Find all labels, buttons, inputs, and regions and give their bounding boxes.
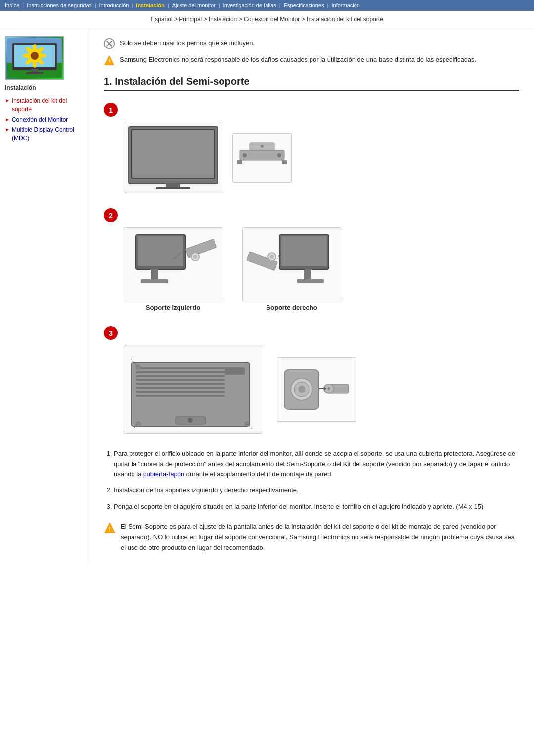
nav-bar: Índice | Instrucciones de seguridad | In…: [0, 0, 534, 11]
svg-point-10: [33, 61, 37, 68]
arrow-icon: ►: [5, 127, 10, 132]
svg-point-30: [277, 153, 281, 157]
svg-rect-43: [281, 236, 327, 266]
nav-investigacion[interactable]: Investigación de fallas: [223, 2, 276, 8]
svg-point-48: [270, 255, 274, 259]
step2-right-group: Soporte derecho: [242, 227, 341, 311]
notice-cross-text: Sólo se deben usar los pernos que se inc…: [120, 38, 255, 48]
svg-rect-33: [282, 160, 287, 164]
instruction-1: Para proteger el orificio ubicado en la …: [114, 449, 519, 479]
instructions-list: Para proteger el orificio ubicado en la …: [104, 449, 519, 512]
svg-rect-58: [136, 395, 225, 397]
step3-section: 3: [104, 326, 519, 434]
nav-ajuste[interactable]: Ajuste del monitor: [172, 2, 216, 8]
nav-informacion[interactable]: Información: [331, 2, 359, 8]
sidebar-item-kit[interactable]: ► Instalación del kit del soporte: [5, 97, 84, 114]
cubierta-link[interactable]: cubierta-tapón: [143, 471, 184, 478]
step3-images: [124, 345, 519, 434]
breadcrumb: Español > Principal > Instalación > Cone…: [0, 11, 534, 28]
svg-rect-38: [185, 239, 217, 257]
cross-icon: [104, 38, 115, 49]
soporte-izquierdo-illus: [124, 227, 222, 301]
content-area: Sólo se deben usar los pernos que se inc…: [89, 28, 534, 563]
sidebar-logo-image: [5, 36, 64, 80]
soporte-derecho-illus: [242, 227, 341, 301]
bottom-notice-text: El Semi-Soporte es para el ajuste de la …: [121, 522, 519, 553]
step1-images: [124, 122, 519, 193]
svg-point-40: [193, 255, 197, 259]
soporte-derecho-label: Soporte derecho: [266, 304, 317, 311]
step3-screw-illus: [277, 357, 356, 422]
svg-rect-56: [136, 387, 225, 389]
svg-point-6: [33, 44, 37, 51]
svg-point-71: [298, 386, 305, 393]
svg-point-29: [243, 153, 247, 157]
sidebar-section-label: Instalación: [5, 84, 84, 91]
step1-header: 1: [104, 103, 519, 117]
notice-warning-text: Samsung Electronics no será responsable …: [120, 55, 476, 65]
svg-rect-24: [132, 130, 214, 178]
svg-rect-15: [26, 72, 43, 74]
nav-seguridad[interactable]: Instrucciones de seguridad: [27, 2, 91, 8]
svg-rect-59: [225, 367, 245, 375]
bottom-warning-icon: !: [104, 522, 116, 537]
svg-rect-35: [138, 236, 183, 266]
sidebar-link-kit[interactable]: Instalación del kit del soporte: [12, 97, 84, 114]
step3-header: 3: [104, 326, 519, 340]
svg-point-61: [188, 418, 193, 423]
svg-rect-45: [297, 279, 324, 283]
bottom-notice: ! El Semi-Soporte es para el ajuste de l…: [104, 522, 519, 553]
step1-section: 1: [104, 103, 519, 193]
section-title: 1. Instalación del Semi-soporte: [104, 76, 519, 91]
svg-rect-51: [136, 367, 225, 369]
svg-rect-14: [31, 69, 38, 73]
arrow-icon: ►: [5, 98, 10, 103]
warning-icon: !: [104, 55, 115, 66]
svg-rect-57: [136, 391, 225, 393]
svg-rect-53: [136, 375, 225, 377]
arrow-icon: ►: [5, 117, 10, 122]
svg-text:!: !: [108, 58, 110, 64]
nav-instalacion[interactable]: Instalación: [136, 2, 164, 8]
nav-indice[interactable]: Índice: [5, 2, 19, 8]
step2-header: 2: [104, 208, 519, 222]
soporte-izquierdo-label: Soporte izquierdo: [146, 304, 201, 311]
step3-monitor-illus: [124, 345, 262, 434]
nav-especificaciones[interactable]: Especificaciones: [284, 2, 324, 8]
instruction-2: Instalación de los soportes izquierdo y …: [114, 485, 519, 496]
svg-point-31: [261, 145, 264, 148]
step2-images: Soporte izquierdo: [124, 227, 519, 311]
main-layout: Instalación ► Instalación del kit del so…: [0, 28, 534, 563]
step2-section: 2: [104, 208, 519, 311]
svg-point-5: [31, 52, 39, 60]
svg-point-8: [40, 54, 46, 58]
svg-rect-25: [166, 183, 180, 188]
sidebar-link-conexion[interactable]: Conexión del Monitor: [12, 116, 68, 124]
svg-rect-37: [141, 279, 168, 283]
step3-circle: 3: [104, 326, 118, 340]
step1-monitor-illus: [124, 122, 222, 193]
sidebar-nav: ► Instalación del kit del soporte ► Cone…: [5, 97, 84, 142]
svg-rect-32: [237, 160, 242, 164]
svg-rect-52: [136, 371, 225, 373]
sidebar-link-mdc[interactable]: Multiple Display Control (MDC): [12, 126, 84, 142]
step2-circle: 2: [104, 208, 118, 222]
svg-rect-26: [156, 187, 190, 189]
step1-stand-illus: [232, 133, 292, 183]
instruction-3: Ponga el soporte en el agujero situado e…: [114, 502, 519, 512]
svg-point-12: [23, 54, 30, 58]
sidebar-item-mdc[interactable]: ► Multiple Display Control (MDC): [5, 126, 84, 142]
svg-rect-55: [136, 383, 225, 385]
nav-introduccion[interactable]: Introducción: [99, 2, 129, 8]
sidebar: Instalación ► Instalación del kit del so…: [0, 28, 89, 563]
step2-left-group: Soporte izquierdo: [124, 227, 222, 311]
notice-warning: ! Samsung Electronics no será responsabl…: [104, 55, 519, 66]
svg-rect-54: [136, 379, 225, 381]
sidebar-item-conexion[interactable]: ► Conexión del Monitor: [5, 116, 84, 124]
svg-text:!: !: [109, 526, 111, 533]
notice-cross: Sólo se deben usar los pernos que se inc…: [104, 38, 519, 49]
step1-circle: 1: [104, 103, 118, 117]
